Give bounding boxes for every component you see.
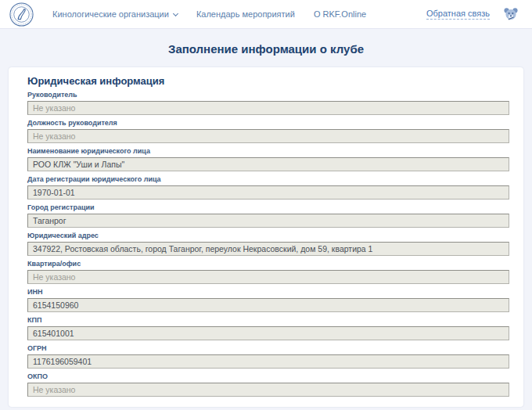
feedback-link[interactable]: Обратная связь: [426, 9, 490, 20]
field-apartment-office: Квартира/офис: [27, 260, 509, 284]
registration-date-input[interactable]: [27, 185, 509, 200]
field-label: Наименование юридического лица: [27, 147, 509, 155]
field-label: Должность руководителя: [27, 119, 509, 127]
legal-info-card: Юридическая информация Руководитель Долж…: [9, 67, 523, 407]
registration-city-input[interactable]: [27, 214, 509, 228]
nav-item-kennel-organizations[interactable]: Кинологические организации: [52, 9, 178, 19]
inn-input[interactable]: [27, 298, 509, 312]
nav-item-label: Кинологические организации: [52, 9, 169, 19]
nav-item-about-rkf-online[interactable]: О RKF.Online: [314, 9, 366, 19]
field-director-position: Должность руководителя: [27, 119, 509, 143]
field-okpo: ОКПО: [27, 372, 509, 397]
dog-head-icon: [502, 6, 519, 22]
field-label: ОКПО: [27, 372, 509, 380]
main-nav: Кинологические организации Календарь мер…: [52, 9, 366, 19]
field-label: Руководитель: [27, 91, 509, 99]
field-label: ИНН: [27, 288, 509, 296]
nav-item-label: О RKF.Online: [314, 9, 366, 19]
director-input[interactable]: [27, 101, 509, 115]
rkf-seal-icon: [9, 2, 34, 27]
field-inn: ИНН: [27, 288, 509, 312]
field-registration-city: Город регистрации: [27, 203, 509, 228]
kpp-input[interactable]: [27, 326, 509, 340]
topbar-right: Обратная связь: [426, 6, 519, 22]
field-director: Руководитель: [27, 91, 509, 115]
dog-profile-icon[interactable]: [502, 6, 519, 22]
field-label: Дата регистрации юридического лица: [27, 175, 509, 183]
apartment-office-input[interactable]: [27, 270, 509, 284]
field-ogrn: ОГРН: [27, 344, 509, 369]
director-position-input[interactable]: [27, 129, 509, 143]
field-registration-date: Дата регистрации юридического лица: [27, 175, 509, 200]
field-label: Юридический адрес: [27, 232, 509, 239]
field-label: Квартира/офис: [27, 260, 509, 268]
legal-address-input[interactable]: [27, 242, 509, 256]
page-title: Заполнение информации о клубе: [0, 42, 532, 56]
nav-item-label: Календарь мероприятий: [196, 9, 295, 19]
chevron-down-icon: [173, 11, 178, 16]
field-label: Город регистрации: [27, 203, 509, 211]
section-title: Юридическая информация: [27, 75, 509, 87]
field-label: ОГРН: [27, 344, 509, 352]
field-kpp: КПП: [27, 316, 509, 340]
nav-item-events-calendar[interactable]: Календарь мероприятий: [196, 9, 295, 19]
ogrn-input[interactable]: [27, 354, 509, 369]
field-legal-address: Юридический адрес: [27, 232, 509, 256]
legal-entity-name-input[interactable]: [27, 157, 509, 171]
top-nav-bar: Кинологические организации Календарь мер…: [0, 0, 532, 29]
field-legal-entity-name: Наименование юридического лица: [27, 147, 509, 171]
rkf-logo[interactable]: [9, 2, 34, 27]
okpo-input[interactable]: [27, 383, 509, 397]
field-label: КПП: [27, 316, 509, 324]
